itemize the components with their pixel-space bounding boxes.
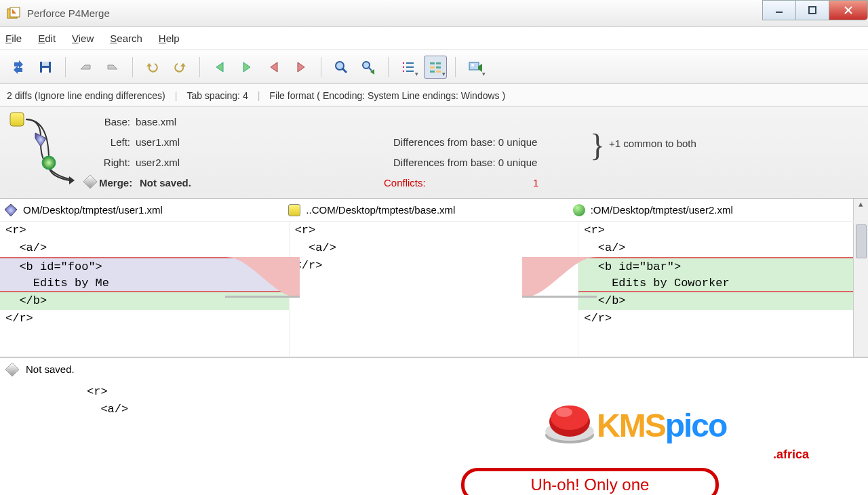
prev-diff-button[interactable]	[208, 56, 231, 79]
file-info-panel: Base: base.xml Left: user1.xml Differenc…	[0, 107, 868, 199]
svg-rect-22	[436, 66, 441, 68]
diff-scrollbar[interactable]	[853, 222, 868, 357]
watermark-logo: KMSpico	[597, 407, 726, 444]
left-path-input[interactable]	[23, 204, 280, 216]
menu-file[interactable]: File	[5, 33, 22, 44]
right-value: user2.xml	[136, 157, 393, 168]
window-title: Perforce P4Merge	[27, 7, 110, 19]
menu-help[interactable]: Help	[159, 33, 180, 44]
svg-marker-28	[69, 176, 75, 184]
svg-rect-19	[430, 62, 435, 64]
conflicts-label: Conflicts:	[384, 177, 533, 189]
menu-view[interactable]: View	[72, 33, 94, 44]
svg-rect-20	[436, 62, 441, 64]
svg-rect-25	[469, 62, 479, 70]
brace-icon: }	[590, 127, 605, 163]
refresh-button[interactable]	[7, 56, 30, 79]
merge-value: Not saved.	[140, 177, 384, 189]
blue-diamond-icon	[4, 203, 18, 217]
file-format[interactable]: File format ( Encoding: System Line endi…	[269, 90, 505, 101]
show-inline-button[interactable]	[424, 56, 447, 79]
svg-rect-7	[42, 62, 49, 66]
red-button-graphic	[542, 400, 597, 445]
next-conflict-button[interactable]	[290, 56, 313, 79]
merge-header: Not saved.	[0, 357, 868, 380]
conflicts-count: 1	[533, 177, 538, 189]
svg-point-11	[363, 62, 370, 68]
merge-status: Not saved.	[26, 363, 75, 375]
redo-button[interactable]	[168, 56, 191, 79]
undo-button[interactable]	[141, 56, 164, 79]
titlebar: Perforce P4Merge	[0, 0, 868, 27]
svg-rect-8	[42, 68, 49, 73]
merge-pane[interactable]: <r> <a/>	[0, 380, 868, 418]
line-numbers-button[interactable]	[397, 56, 420, 79]
close-button[interactable]	[829, 0, 868, 20]
erase-left-button[interactable]	[74, 56, 97, 79]
menu-search[interactable]: Search	[110, 33, 142, 44]
common-text: +1 common to both	[609, 138, 696, 149]
save-button[interactable]	[34, 56, 57, 79]
merge-diamond-icon	[83, 174, 97, 189]
right-pane[interactable]: <r> <a/> <b id="bar"> Edits by Coworker …	[578, 222, 868, 357]
merge-diamond-icon-2	[5, 362, 19, 376]
find-button[interactable]	[330, 56, 353, 79]
find-next-button[interactable]	[357, 56, 380, 79]
svg-rect-6	[40, 62, 51, 73]
prev-conflict-button[interactable]	[262, 56, 285, 79]
merge-tree-icon	[7, 111, 75, 199]
yellow-square-icon	[288, 204, 300, 216]
base-value: base.xml	[136, 116, 393, 127]
base-path-input[interactable]	[306, 204, 564, 216]
maximize-button[interactable]	[795, 0, 829, 20]
path-row: ▴	[0, 199, 868, 222]
image-mode-button[interactable]	[464, 56, 487, 79]
svg-rect-3	[809, 7, 816, 14]
svg-point-30	[42, 156, 56, 170]
merge-label: Merge:	[99, 177, 140, 189]
diff-panes: <r> <a/> <b id="foo"> Edits by Me </b> <…	[0, 222, 868, 357]
next-diff-button[interactable]	[235, 56, 258, 79]
left-pane[interactable]: <r> <a/> <b id="foo"> Edits by Me </b> <…	[0, 222, 290, 357]
watermark-tag: .africa	[773, 448, 809, 462]
erase-right-button[interactable]	[101, 56, 124, 79]
diff-summary[interactable]: 2 diffs (Ignore line ending differences)	[7, 90, 165, 101]
menu-edit[interactable]: Edit	[38, 33, 56, 44]
toolbar	[0, 50, 868, 84]
svg-rect-23	[430, 71, 435, 73]
menubar: File Edit View Search Help	[0, 27, 868, 50]
svg-rect-27	[10, 113, 24, 126]
svg-point-36	[556, 408, 572, 417]
left-diff: Differences from base: 0 unique	[393, 136, 583, 148]
minimize-button[interactable]	[762, 0, 796, 20]
svg-marker-31	[5, 204, 17, 216]
scroll-gutter[interactable]: ▴	[853, 199, 868, 221]
svg-line-12	[368, 67, 372, 71]
svg-point-26	[471, 64, 474, 66]
status-strip: 2 diffs (Ignore line ending differences)…	[0, 84, 868, 107]
tab-spacing[interactable]: Tab spacing: 4	[186, 90, 248, 101]
svg-point-9	[336, 62, 344, 70]
svg-rect-21	[430, 66, 435, 68]
callout-bubble: Uh-oh! Only one	[461, 468, 719, 495]
svg-line-10	[342, 68, 347, 73]
green-circle-icon	[573, 204, 585, 216]
right-path-input[interactable]	[591, 204, 849, 216]
right-diff: Differences from base: 0 unique	[393, 157, 583, 168]
window-controls	[763, 0, 868, 20]
base-pane[interactable]: <r> <a/> </r>	[290, 222, 579, 357]
left-value: user1.xml	[136, 136, 393, 148]
svg-rect-24	[436, 71, 441, 73]
app-icon	[7, 7, 20, 20]
